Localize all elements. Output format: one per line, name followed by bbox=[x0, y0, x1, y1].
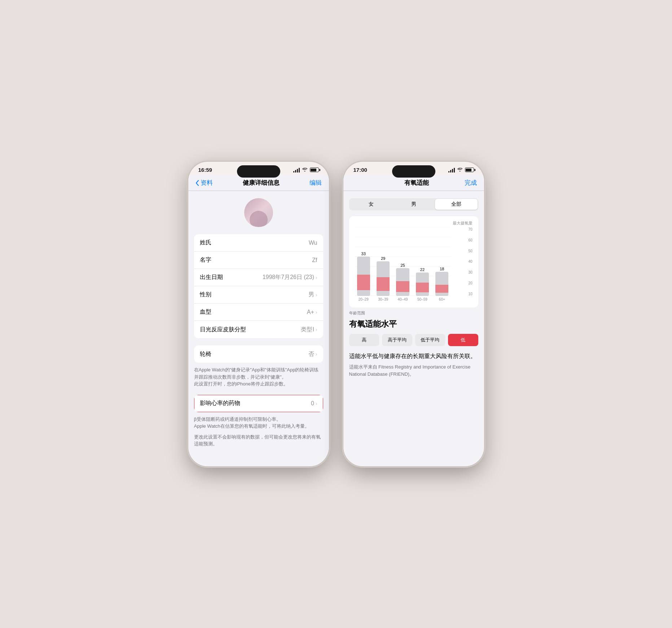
battery-icon bbox=[310, 167, 319, 172]
profile-circle bbox=[244, 198, 273, 227]
left-phone: 16:59 资料 健康详细信息 编辑 bbox=[188, 162, 329, 466]
first-name-value: Zf bbox=[312, 257, 317, 263]
edit-button[interactable]: 编辑 bbox=[309, 179, 322, 187]
skin-type-row[interactable]: 日光反应皮肤分型 类型I › bbox=[194, 321, 323, 338]
level-low[interactable]: 低 bbox=[448, 334, 478, 346]
gender-row[interactable]: 性别 男 › bbox=[194, 286, 323, 304]
scroll-area-right[interactable]: 女 男 全部 最大摄氧量 bbox=[343, 191, 484, 466]
x-label-20: 20–29 bbox=[355, 297, 372, 301]
status-bar-right: 17:00 bbox=[343, 162, 484, 175]
bar-50-59: 22 bbox=[414, 227, 431, 296]
screen-left: 资料 健康详细信息 编辑 姓氏 Wu 名字 Zf 出生日期 bbox=[188, 175, 329, 466]
status-right-right bbox=[448, 167, 474, 173]
fitness-description: 适能水平低与健康存在的长期重大风险有所关联。 bbox=[349, 352, 478, 361]
blood-type-value: A+ › bbox=[307, 309, 317, 315]
signal-icon bbox=[293, 167, 300, 173]
wheelchair-label: 轮椅 bbox=[200, 350, 211, 358]
medication-label: 影响心率的药物 bbox=[200, 400, 240, 407]
back-button[interactable]: 资料 bbox=[196, 179, 213, 187]
birthdate-row[interactable]: 出生日期 1998年7月26日 (23) › bbox=[194, 269, 323, 286]
first-name-label: 名字 bbox=[200, 256, 211, 264]
level-buttons: 高 高于平均 低于平均 低 bbox=[349, 334, 478, 346]
medication-value: 0 › bbox=[311, 400, 317, 407]
level-above-avg[interactable]: 高于平均 bbox=[382, 334, 412, 346]
status-bar-left: 16:59 bbox=[188, 162, 329, 175]
x-label-40: 40–49 bbox=[394, 297, 411, 301]
skin-type-value: 类型I › bbox=[301, 326, 317, 333]
screen-right: 有氧适能 完成 女 男 全部 最大摄氧量 bbox=[343, 175, 484, 466]
blood-type-row[interactable]: 血型 A+ › bbox=[194, 304, 323, 321]
bar-40-49: 25 bbox=[394, 227, 411, 296]
level-high[interactable]: 高 bbox=[349, 334, 379, 346]
bar-20-29: 33 bbox=[355, 227, 372, 296]
status-right-left bbox=[293, 167, 319, 173]
last-name-value: Wu bbox=[309, 240, 317, 246]
x-axis-range-label: 年龄范围 bbox=[349, 310, 478, 316]
birthdate-label: 出生日期 bbox=[200, 274, 223, 281]
fitness-level-title: 有氧适能水平 bbox=[349, 319, 478, 330]
right-phone: 17:00 有氧适能 完成 女 男 bbox=[343, 162, 484, 466]
x-label-30: 30–39 bbox=[374, 297, 392, 301]
fitness-level-section: 有氧适能水平 高 高于平均 低于平均 低 适能水平低与健康存在的长期重大风险有所… bbox=[349, 319, 478, 378]
dynamic-island-right bbox=[392, 165, 435, 178]
wifi-icon-right bbox=[457, 167, 463, 173]
medication-desc2: 更改此设置不会影响现有的数据，但可能会更改您将来的有氧适能预测。 bbox=[194, 433, 323, 448]
done-button[interactable]: 完成 bbox=[465, 179, 477, 187]
battery-icon-right bbox=[465, 167, 474, 172]
segmented-control[interactable]: 女 男 全部 bbox=[349, 198, 478, 210]
x-label-50: 50–59 bbox=[414, 297, 431, 301]
level-below-avg[interactable]: 低于平均 bbox=[415, 334, 445, 346]
dynamic-island-left bbox=[237, 165, 280, 178]
wifi-icon bbox=[302, 167, 308, 173]
personal-info-card: 姓氏 Wu 名字 Zf 出生日期 1998年7月26日 (23) › 性别 男 … bbox=[194, 234, 323, 338]
scroll-area-left[interactable]: 姓氏 Wu 名字 Zf 出生日期 1998年7月26日 (23) › 性别 男 … bbox=[188, 191, 329, 466]
medication-desc1: β受体阻断药或钙通道抑制剂可限制心率。Apple Watch在估算您的有氧适能时… bbox=[194, 416, 323, 430]
last-name-label: 姓氏 bbox=[200, 239, 211, 247]
seg-female[interactable]: 女 bbox=[350, 199, 392, 210]
seg-male[interactable]: 男 bbox=[392, 199, 435, 210]
wheelchair-card: 轮椅 否 › bbox=[194, 345, 323, 363]
x-label-60: 60+ bbox=[433, 297, 451, 301]
medication-row[interactable]: 影响心率的药物 0 › bbox=[194, 395, 323, 412]
bar-60plus: 18 bbox=[433, 227, 451, 296]
nav-title-right: 有氧适能 bbox=[404, 179, 429, 187]
signal-icon-right bbox=[448, 167, 455, 173]
profile-image-area bbox=[188, 198, 329, 227]
seg-all[interactable]: 全部 bbox=[435, 199, 478, 210]
gender-label: 性别 bbox=[200, 291, 211, 298]
time-right: 17:00 bbox=[353, 167, 367, 173]
wheelchair-value: 否 › bbox=[308, 350, 317, 358]
blood-type-label: 血型 bbox=[200, 308, 211, 316]
wheelchair-desc: 在Apple Watch的"健身记录"App和"体能训练"App的轮椅训练并跟踪… bbox=[194, 366, 323, 388]
skin-type-label: 日光反应皮肤分型 bbox=[200, 326, 246, 333]
last-name-row[interactable]: 姓氏 Wu bbox=[194, 234, 323, 252]
gender-value: 男 › bbox=[308, 291, 317, 298]
bar-30-39: 29 bbox=[374, 227, 392, 296]
fitness-source: 适能水平来自 Fitness Registry and Importance o… bbox=[349, 363, 478, 378]
time-left: 16:59 bbox=[198, 167, 212, 173]
medication-card: 影响心率的药物 0 › bbox=[194, 395, 323, 412]
wheelchair-row[interactable]: 轮椅 否 › bbox=[194, 345, 323, 363]
first-name-row[interactable]: 名字 Zf bbox=[194, 252, 323, 269]
nav-title-left: 健康详细信息 bbox=[243, 179, 280, 187]
y-axis-label: 最大摄氧量 bbox=[355, 221, 473, 226]
chart-container: 最大摄氧量 bbox=[349, 216, 478, 308]
birthdate-value: 1998年7月26日 (23) › bbox=[263, 274, 317, 281]
